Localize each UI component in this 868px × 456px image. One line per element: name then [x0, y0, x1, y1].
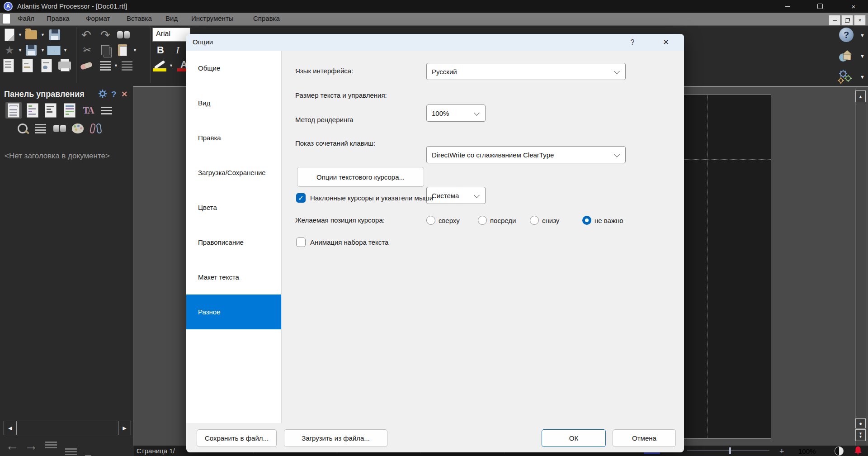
settings-button[interactable] — [837, 69, 852, 84]
page-setup-button[interactable] — [20, 58, 35, 73]
panel-fields-view-button[interactable] — [61, 102, 78, 119]
mdi-close-button[interactable]: × — [854, 15, 866, 26]
window-close-button[interactable]: × — [842, 0, 865, 13]
save-as-button[interactable] — [24, 43, 39, 58]
open-document-button[interactable] — [24, 27, 39, 43]
cut-button[interactable]: ✂ — [80, 43, 95, 58]
category-miscellaneous[interactable]: Разное — [186, 294, 281, 329]
navigate-back-button[interactable]: ← — [5, 439, 19, 452]
panel-paragraphs-button[interactable] — [33, 120, 49, 137]
zoom-slider-thumb[interactable] — [729, 447, 731, 454]
load-from-file-button[interactable]: Загрузить из файла... — [284, 429, 387, 447]
help-button[interactable]: ? — [839, 27, 854, 43]
zoom-slider-track[interactable] — [687, 451, 769, 451]
typing-animation-checkbox[interactable] — [296, 238, 306, 247]
paste-button[interactable] — [115, 43, 130, 58]
panel-settings-button[interactable] — [99, 90, 107, 100]
interface-language-select[interactable]: Русский — [426, 63, 626, 80]
panel-zoom-button[interactable] — [14, 120, 31, 137]
panel-horizontal-scrollbar[interactable]: ◀ ▶ — [4, 421, 131, 435]
highlight-button[interactable] — [152, 57, 167, 72]
category-general[interactable]: Общие — [186, 51, 281, 86]
cursor-position-middle-radio[interactable]: посреди — [478, 216, 516, 225]
panel-statistics-view-button[interactable] — [42, 102, 59, 119]
erase-formatting-button[interactable] — [79, 58, 94, 73]
category-load-save[interactable]: Загрузка/Сохранение — [186, 155, 281, 190]
menu-file[interactable]: Файл — [18, 14, 34, 22]
menu-edit[interactable]: Правка — [47, 14, 70, 22]
shortcut-display-select[interactable]: Система — [426, 187, 486, 204]
category-spelling[interactable]: Правописание — [186, 225, 281, 260]
alerts-button[interactable] — [854, 446, 863, 456]
panel-help-button[interactable]: ? — [111, 90, 117, 100]
theme-toggle-button[interactable] — [835, 446, 844, 456]
panel-close-button[interactable]: ✕ — [121, 90, 127, 99]
panel-headings-view-button[interactable] — [5, 102, 22, 119]
favorites-dropdown[interactable]: ▼ — [18, 48, 22, 52]
menu-format[interactable]: Формат — [86, 14, 110, 22]
print-setup-button[interactable] — [1, 58, 16, 73]
home-button[interactable] — [838, 48, 853, 63]
help-dropdown[interactable]: ▼ — [860, 33, 865, 38]
favorites-button[interactable]: ★ — [2, 43, 17, 58]
mdi-minimize-button[interactable] — [829, 15, 840, 26]
send-mail-button[interactable] — [46, 43, 61, 58]
ok-button[interactable]: ОК — [542, 429, 606, 447]
special-marks-button[interactable] — [119, 58, 135, 73]
navigate-forward-button[interactable]: → — [24, 439, 38, 452]
highlight-dropdown[interactable]: ▼ — [169, 63, 173, 68]
save-as-dropdown[interactable]: ▼ — [41, 48, 45, 52]
window-minimize-button[interactable] — [776, 0, 799, 13]
text-cursor-options-button[interactable]: Опции текстового курсора... — [297, 167, 424, 187]
save-button[interactable] — [47, 27, 62, 43]
scroll-right-button[interactable]: ▶ — [118, 421, 131, 435]
redo-button[interactable]: ↷ — [98, 27, 113, 43]
paste-dropdown[interactable]: ▼ — [133, 48, 137, 52]
category-text-layout[interactable]: Макет текста — [186, 260, 281, 294]
paragraph-style-dropdown[interactable]: ▼ — [114, 63, 118, 68]
menu-tools[interactable]: Инструменты — [191, 14, 234, 22]
ui-scale-select[interactable]: 100% — [426, 104, 486, 122]
cursor-position-bottom-radio[interactable]: снизу — [530, 216, 559, 225]
scroll-up-button[interactable]: ▲ — [855, 90, 866, 102]
zoom-in-button[interactable]: + — [779, 447, 784, 456]
render-method-select[interactable]: DirectWrite со сглаживанием ClearType — [426, 146, 626, 163]
category-colors[interactable]: Цвета — [186, 190, 281, 225]
menu-insert[interactable]: Вставка — [127, 14, 152, 22]
bold-button[interactable]: B — [153, 43, 168, 58]
new-document-dropdown[interactable]: ▼ — [18, 33, 22, 37]
dialog-title-bar[interactable] — [186, 34, 684, 51]
menu-help[interactable]: Справка — [253, 14, 280, 22]
save-to-file-button[interactable]: Сохранить в файл... — [197, 429, 277, 447]
menu-view[interactable]: Вид — [165, 14, 178, 22]
print-button[interactable] — [57, 58, 72, 73]
settings-dropdown[interactable]: ▼ — [860, 74, 865, 80]
panel-attachments-button[interactable] — [88, 120, 104, 137]
paragraph-style-button[interactable] — [98, 58, 113, 73]
send-mail-dropdown[interactable]: ▼ — [63, 48, 67, 52]
italic-button[interactable]: I — [170, 43, 185, 58]
new-document-button[interactable] — [2, 27, 17, 43]
find-button[interactable] — [116, 27, 131, 43]
panel-styles-view-button[interactable] — [24, 102, 41, 119]
cancel-button[interactable]: Отмена — [613, 429, 676, 447]
copy-button[interactable] — [98, 43, 113, 58]
panel-colors-button[interactable] — [70, 120, 86, 137]
browse-object-button[interactable]: ● — [855, 418, 866, 428]
scroll-down-double-button[interactable]: ▼▼ — [855, 429, 866, 441]
window-restore-button[interactable] — [808, 0, 832, 13]
panel-search-button[interactable] — [52, 120, 68, 137]
panel-fonts-view-button[interactable]: ТA — [80, 102, 97, 119]
undo-button[interactable]: ↶ — [79, 27, 94, 43]
category-view[interactable]: Вид — [186, 86, 281, 120]
font-name-combobox[interactable]: Arial — [152, 28, 190, 42]
panel-list-view-button[interactable] — [99, 102, 115, 119]
cursor-position-top-radio[interactable]: сверху — [426, 216, 460, 225]
home-dropdown[interactable]: ▼ — [860, 53, 865, 59]
mdi-restore-button[interactable] — [841, 15, 853, 26]
print-preview-button[interactable] — [39, 58, 54, 73]
open-document-dropdown[interactable]: ▼ — [41, 33, 45, 37]
dialog-help-button[interactable]: ? — [626, 37, 639, 48]
slanted-cursors-checkbox[interactable]: ✓ — [296, 193, 306, 203]
scroll-left-button[interactable]: ◀ — [4, 421, 17, 435]
